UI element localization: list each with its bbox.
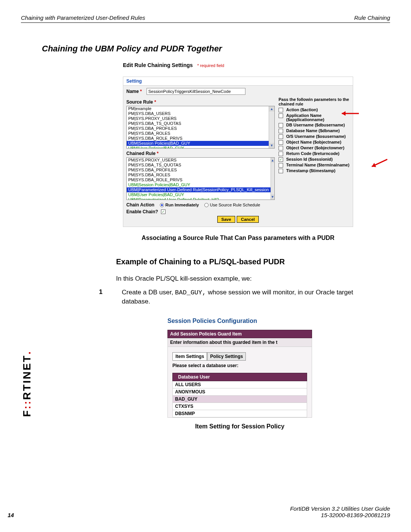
figure1-caption: Associating a Source Rule That Can Pass …: [123, 235, 353, 241]
param-label: Session Id ($sessionid): [286, 157, 333, 161]
shot2-sub: Enter information about this guarded ite…: [167, 338, 312, 347]
tab-policy-settings[interactable]: Policy Settings: [207, 352, 246, 361]
scrollbar[interactable]: ▲ ▼: [271, 158, 275, 200]
fortinet-logo: F::RTINET.: [21, 350, 33, 417]
param-checkbox[interactable]: [279, 123, 283, 128]
scroll-down-icon[interactable]: ▼: [269, 143, 274, 148]
param-checkbox[interactable]: [279, 146, 283, 150]
list-item[interactable]: UBM|Session Policies|BAD_GUY: [127, 182, 271, 187]
svg-marker-3: [371, 163, 376, 169]
shot2-prompt: Please select a database user:: [172, 363, 307, 368]
list-item[interactable]: PM|example: [127, 106, 269, 111]
footer-line2: 15-32000-81369-20081219: [290, 512, 390, 518]
param-label: Timestamp ($timestamp): [286, 169, 335, 173]
tab-item-settings[interactable]: Item Settings: [172, 352, 207, 361]
list-item[interactable]: PM|SYS.DBA_TS_QUOTAS: [127, 121, 269, 126]
list-item[interactable]: PM|SYS.DBA_PROFILES: [127, 168, 271, 173]
list-item[interactable]: PM|SYS.DBA_ROLES: [127, 131, 269, 136]
list-item-selected[interactable]: UBM|Parameterized User-Defined Rule|Sess…: [127, 187, 271, 192]
shot2-title: Session Policies Configuration: [167, 318, 312, 324]
scroll-up-icon[interactable]: ▲: [271, 158, 275, 163]
required-note: * required field: [197, 63, 224, 68]
rule-name-input[interactable]: [147, 88, 245, 95]
step-number: 1: [99, 288, 107, 306]
list-item-selected[interactable]: UBM|Session Policies|BAD_GUY: [127, 141, 269, 146]
header-right: Rule Chaining: [354, 14, 390, 21]
source-rule-listbox[interactable]: PM|example PM|SYS.DBA_USERS PM|SYS.PROXY…: [126, 106, 275, 149]
param-checkbox[interactable]: [279, 134, 283, 139]
param-checkbox[interactable]: [279, 157, 283, 162]
param-checkbox[interactable]: [279, 113, 283, 118]
chained-rule-label: Chained Rule: [126, 151, 156, 156]
param-checkbox[interactable]: [279, 108, 283, 112]
param-label: Database Name ($dbname): [286, 129, 340, 133]
run-immediately-label: Run Immediately: [166, 203, 199, 207]
list-item[interactable]: PM|SYS.DBA_USERS: [127, 111, 269, 116]
param-label: Return Code ($returncode): [286, 152, 339, 156]
shot1-title: Edit Rule Chaining Settings: [123, 62, 193, 68]
param-label: O/S Username ($osusername): [286, 134, 346, 139]
chained-rule-listbox[interactable]: PM|SYS.PROXY_USERS PM|SYS.DBA_TS_QUOTAS …: [126, 157, 275, 200]
param-label: Terminal Name ($terminalname): [286, 163, 349, 167]
list-item[interactable]: PM|SYS.DBA_ROLE_PRIVS: [127, 177, 271, 182]
param-checkbox[interactable]: [279, 163, 283, 168]
scrollbar[interactable]: ▲ ▼: [269, 106, 274, 148]
scroll-down-icon[interactable]: ▼: [271, 194, 275, 200]
figure2-caption: Item Setting for Session Policy: [167, 423, 312, 430]
list-item[interactable]: PM|SYS.DBA_ROLE_PRIVS: [127, 136, 269, 141]
param-label: Object Name ($objectname): [286, 140, 341, 144]
list-item[interactable]: PM|SYS.PROXY_USERS: [127, 158, 271, 163]
param-checkbox[interactable]: [279, 129, 283, 133]
db-user-row[interactable]: ANONYMOUS: [172, 388, 307, 396]
session-policies-screenshot: Session Policies Configuration Add Sessi…: [167, 318, 312, 430]
param-label: Object Owner ($objectowner): [286, 146, 344, 150]
svg-line-2: [372, 159, 387, 166]
name-label: Name: [126, 89, 139, 94]
param-label: Application Name ($applicationname): [286, 113, 350, 122]
page-number: 14: [8, 512, 14, 518]
chain-action-label: Chain Action: [126, 202, 155, 208]
db-user-column-header: Database User: [172, 373, 307, 381]
scroll-up-icon[interactable]: ▲: [269, 106, 274, 112]
param-checkbox[interactable]: [279, 169, 283, 173]
intro-text: In this Oracle PL/SQL kill-session examp…: [116, 275, 378, 283]
db-user-row[interactable]: BAD_GUY: [172, 396, 307, 403]
db-user-row[interactable]: DBSNMP: [172, 410, 307, 417]
enable-chain-label: Enable Chain?: [126, 209, 158, 214]
enable-chain-checkbox[interactable]: [161, 209, 166, 214]
list-item[interactable]: UBM|Parameterized User-Defined Rule|test…: [127, 197, 271, 200]
db-user-row[interactable]: CTXSYS: [172, 403, 307, 410]
param-checkbox[interactable]: [279, 140, 283, 145]
use-source-radio[interactable]: [204, 203, 209, 207]
list-item[interactable]: PM|SYS.DBA_ROLES: [127, 173, 271, 177]
header-rule: [21, 22, 390, 23]
save-button[interactable]: Save: [217, 216, 236, 223]
list-item[interactable]: PM|SYS.DBA_PROFILES: [127, 126, 269, 131]
source-rule-label: Source Rule: [126, 99, 153, 105]
run-immediately-radio[interactable]: [160, 203, 164, 207]
footer-line1: FortiDB Version 3.2 Utilities User Guide: [290, 505, 390, 512]
param-label: DB Username ($dbusername): [286, 123, 345, 127]
list-item[interactable]: UBM|User Policies|BAD_GUY: [127, 146, 269, 149]
param-checkbox[interactable]: [279, 152, 283, 156]
section-title: Chaining the UBM Policy and PUDR Togethe…: [42, 44, 378, 54]
setting-header: Setting: [123, 77, 353, 86]
use-source-label: Use Source Rule Schedule: [210, 203, 260, 207]
shot2-header: Add Session Policies Guard Item: [167, 330, 312, 338]
list-item[interactable]: PM|SYS.DBA_TS_QUOTAS: [127, 163, 271, 168]
db-user-row[interactable]: ALL USERS: [172, 381, 307, 388]
param-column-title: Pass the followin parameters to the chai…: [279, 97, 350, 106]
edit-rule-chaining-screenshot: Edit Rule Chaining Settings * required f…: [123, 62, 353, 227]
list-item[interactable]: PM|SYS.PROXY_USERS: [127, 116, 269, 121]
cancel-button[interactable]: Cancel: [237, 216, 259, 223]
param-label: Action ($action): [286, 108, 318, 112]
annotation-arrow-icon: [367, 155, 391, 171]
step-body: Create a DB user, BAD_GUY, whose session…: [122, 288, 378, 306]
subsection-title: Example of Chaining to a PL/SQL-based PU…: [116, 257, 378, 266]
list-item[interactable]: UBM|User Policies|BAD_GUY: [127, 192, 271, 197]
header-left: Chaining with Parameterized User-Defined…: [21, 14, 145, 21]
